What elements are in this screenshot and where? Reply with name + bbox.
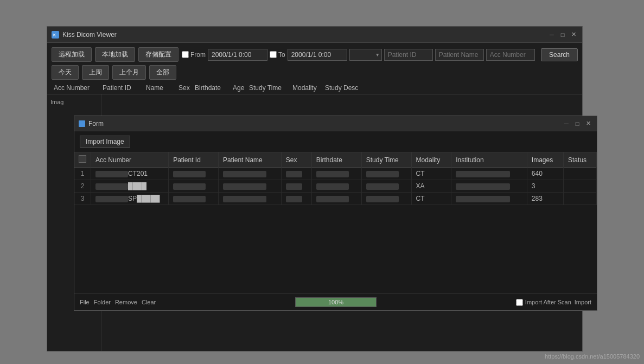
row-num: 1	[74, 168, 91, 180]
form-minimize-btn[interactable]: ─	[562, 119, 571, 128]
local-load-button[interactable]: 本地加载	[95, 47, 135, 62]
svg-text:K: K	[53, 33, 56, 37]
row-birthdate	[311, 193, 361, 205]
import-after-scan-checkbox[interactable]	[516, 299, 523, 306]
row-study-time	[361, 168, 411, 180]
row-acc-number: ████	[91, 180, 169, 193]
form-controls: ─ □ ✕	[562, 119, 592, 128]
form-window: Form ─ □ ✕ Import Image Acc Number	[74, 116, 597, 311]
from-checkbox-label[interactable]: From	[182, 51, 206, 59]
form-title: Form	[88, 120, 104, 127]
progress-text: 100%	[328, 299, 343, 305]
row-modality: CT	[411, 168, 451, 180]
row-sex	[281, 180, 311, 193]
minimize-btn[interactable]: ─	[547, 30, 556, 39]
form-titlebar-left: Form	[79, 120, 104, 127]
col-acc-number: Acc Number	[52, 83, 100, 93]
row-num: 3	[74, 193, 91, 205]
col-patient-id: Patient ID	[100, 83, 144, 93]
table-row[interactable]: 2 ████ XA 3	[74, 180, 597, 193]
footer-right: Import After Scan Import	[516, 299, 591, 306]
toolbar-row1: 远程加载 本地加载 存储配置 From To	[52, 47, 578, 62]
folder-button[interactable]: Folder	[94, 298, 111, 306]
patient-id-input[interactable]	[384, 49, 433, 61]
search-button[interactable]: Search	[541, 48, 578, 61]
to-date-input[interactable]	[288, 49, 347, 61]
app-icon: K	[52, 31, 59, 39]
left-panel-label: Imag	[49, 97, 99, 107]
all-button[interactable]: 全部	[149, 65, 176, 80]
row-sex	[281, 193, 311, 205]
from-date-input[interactable]	[208, 49, 267, 61]
toolbar: 远程加载 本地加载 存储配置 From To	[47, 43, 582, 82]
row-patient-id	[169, 193, 219, 205]
row-status	[564, 193, 597, 205]
row-patient-id	[169, 168, 219, 180]
from-checkbox[interactable]	[182, 51, 189, 58]
to-checkbox[interactable]	[270, 51, 277, 58]
last-week-button[interactable]: 上周	[82, 65, 109, 80]
row-modality: XA	[411, 180, 451, 193]
col-study-time: Study Time	[247, 83, 290, 93]
acc-number-input[interactable]	[486, 49, 535, 61]
progress-bar-container: 100%	[160, 297, 512, 307]
row-patient-name	[219, 193, 282, 205]
header-checkbox[interactable]	[79, 155, 86, 163]
th-institution: Institution	[451, 152, 527, 168]
form-titlebar: Form ─ □ ✕	[74, 116, 597, 131]
row-institution	[451, 193, 527, 205]
remote-load-button[interactable]: 远程加载	[52, 47, 92, 62]
row-patient-name	[219, 168, 282, 180]
storage-config-button[interactable]: 存储配置	[138, 47, 178, 62]
row-study-time	[361, 180, 411, 193]
table-header-row: Acc Number Patient Id Patient Name Sex B…	[74, 152, 597, 168]
main-titlebar: K Kiss Dicom Viewer ─ □ ✕	[47, 27, 582, 43]
maximize-btn[interactable]: □	[558, 30, 567, 39]
row-status	[564, 168, 597, 180]
close-btn[interactable]: ✕	[569, 30, 578, 39]
table-row[interactable]: 1 CT201 CT 640	[74, 168, 597, 180]
import-table: Acc Number Patient Id Patient Name Sex B…	[74, 152, 597, 205]
col-birthdate: Birthdate	[193, 83, 231, 93]
row-images: 640	[527, 168, 563, 180]
date-range-row: From To Sea	[182, 48, 578, 61]
form-maximize-btn[interactable]: □	[573, 119, 582, 128]
form-icon	[79, 120, 85, 127]
file-button[interactable]: File	[80, 298, 90, 306]
row-acc-number: SP█████	[91, 193, 169, 205]
th-acc-number: Acc Number	[91, 152, 169, 168]
row-study-time	[361, 193, 411, 205]
filter-select-wrapper	[349, 49, 382, 61]
import-after-scan-label[interactable]: Import After Scan	[516, 299, 571, 306]
th-study-time: Study Time	[361, 152, 411, 168]
form-footer: File Folder Remove Clear 100% Import Aft…	[74, 293, 597, 310]
main-title: Kiss Dicom Viewer	[62, 31, 117, 39]
col-age: Age	[231, 83, 247, 93]
th-checkbox	[74, 152, 91, 168]
patient-name-input[interactable]	[435, 49, 484, 61]
th-birthdate: Birthdate	[311, 152, 361, 168]
row-acc-number: CT201	[91, 168, 169, 180]
to-checkbox-label[interactable]: To	[270, 51, 285, 59]
col-study-desc: Study Desc	[323, 83, 366, 93]
row-institution	[451, 168, 527, 180]
filter-select[interactable]	[349, 49, 382, 61]
remove-button[interactable]: Remove	[115, 298, 137, 306]
today-button[interactable]: 今天	[52, 65, 79, 80]
row-institution	[451, 180, 527, 193]
row-birthdate	[311, 180, 361, 193]
column-headers: Acc Number Patient ID Name Sex Birthdate…	[47, 82, 582, 94]
th-modality: Modality	[411, 152, 451, 168]
last-month-button[interactable]: 上个月	[112, 65, 146, 80]
row-sex	[281, 168, 311, 180]
clear-button[interactable]: Clear	[142, 298, 156, 306]
col-modality: Modality	[290, 83, 323, 93]
table-row[interactable]: 3 SP█████ CT 283	[74, 193, 597, 205]
form-close-btn[interactable]: ✕	[584, 119, 592, 128]
th-sex: Sex	[281, 152, 311, 168]
col-sex: Sex	[176, 83, 193, 93]
row-num: 2	[74, 180, 91, 193]
import-action-button[interactable]: Import	[575, 299, 591, 305]
import-image-button[interactable]: Import Image	[80, 136, 130, 148]
row-birthdate	[311, 168, 361, 180]
